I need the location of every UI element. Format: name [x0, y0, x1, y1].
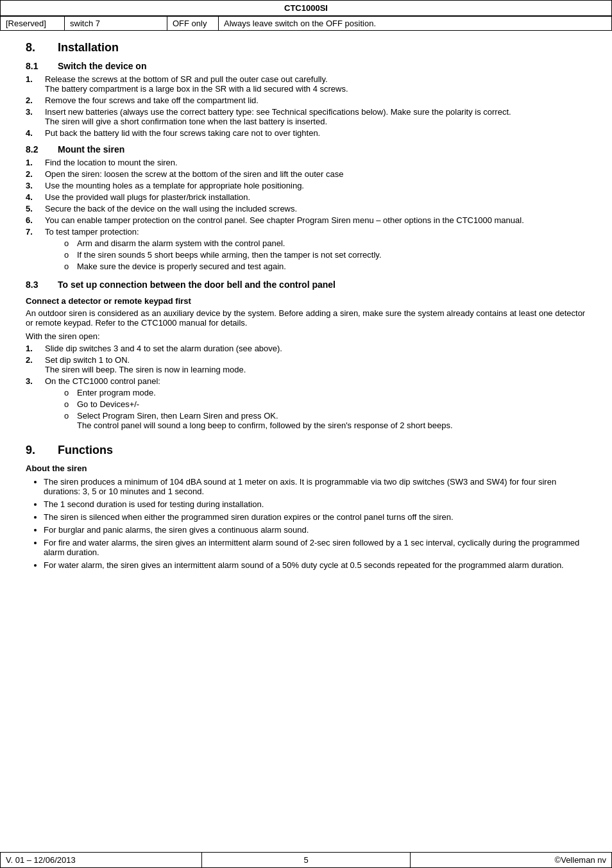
- section-83-list: 1. Slide dip switches 3 and 4 to set the…: [26, 344, 586, 432]
- info-col1: [Reserved]: [1, 17, 65, 31]
- section-9-heading: 9. Functions: [26, 444, 586, 457]
- list-item: 2. Open the siren: loosen the screw at t…: [26, 169, 586, 179]
- list-item: 7. To test tamper protection: o Arm and …: [26, 227, 586, 273]
- about-siren-heading: About the siren: [26, 463, 586, 473]
- list-item: 1. Slide dip switches 3 and 4 to set the…: [26, 344, 586, 353]
- list-item: 6. You can enable tamper protection on t…: [26, 215, 586, 225]
- list-item: 5. Secure the back of the device on the …: [26, 204, 586, 213]
- section-83-with-siren: With the siren open:: [26, 331, 586, 341]
- list-item: 2. Set dip switch 1 to ON. The siren wil…: [26, 355, 586, 374]
- bullet-item: The 1 second duration is used for testin…: [44, 499, 586, 509]
- bullet-item: o Arm and disarm the alarm system with t…: [45, 238, 586, 248]
- bullet-item: The siren is silenced when either the pr…: [44, 512, 586, 522]
- section-82-title: Mount the siren: [58, 144, 124, 154]
- list-item: 3. On the CTC1000 control panel: o Enter…: [26, 376, 586, 432]
- bullet-item: o If the siren sounds 5 short beeps whil…: [45, 250, 586, 260]
- bullet-item: For water alarm, the siren gives an inte…: [44, 560, 586, 570]
- bullet-item: o Go to Devices+/-: [45, 399, 586, 409]
- section-9-title: Functions: [58, 444, 113, 457]
- list-item: 4. Put back the battery lid with the fou…: [26, 128, 586, 138]
- section-83-subheading: Connect a detector or remote keypad firs…: [26, 296, 586, 306]
- section-8-num: 8.: [26, 41, 58, 54]
- bullet-item: o Enter program mode.: [45, 388, 586, 397]
- section-8-title: Installation: [58, 41, 119, 54]
- bullet-item: The siren produces a minimum of 104 dBA …: [44, 477, 586, 496]
- section-83-intro: An outdoor siren is considered as an aux…: [26, 308, 586, 328]
- footer-table: V. 01 – 12/06/2013 5 ©Velleman nv: [0, 852, 612, 868]
- section-82-num: 8.2: [26, 144, 58, 154]
- bullet-item: For burglar and panic alarms, the siren …: [44, 525, 586, 535]
- connect-detector-heading: Connect a detector or remote keypad firs…: [26, 296, 586, 306]
- footer-left: V. 01 – 12/06/2013: [1, 853, 202, 868]
- info-col4: Always leave switch on the OFF position.: [219, 17, 612, 31]
- bullet-item: For fire and water alarms, the siren giv…: [44, 538, 586, 557]
- bullet-item: o Select Program Siren, then Learn Siren…: [45, 411, 586, 430]
- footer-right: ©Velleman nv: [410, 853, 612, 868]
- section-9-bullets: The siren produces a minimum of 104 dBA …: [26, 477, 586, 570]
- section-81-title: Switch the device on: [58, 61, 146, 71]
- section-81-heading: 8.1 Switch the device on: [26, 61, 586, 71]
- footer-center: 5: [202, 853, 410, 868]
- list-item: 4. Use the provided wall plugs for plast…: [26, 192, 586, 202]
- section-81-num: 8.1: [26, 61, 58, 71]
- section-83-num: 8.3: [26, 280, 58, 290]
- info-col3: OFF only: [167, 17, 219, 31]
- section-9-num: 9.: [26, 444, 58, 457]
- list-item: 1. Release the screws at the bottom of S…: [26, 74, 586, 94]
- section-8-heading: 8. Installation: [26, 41, 586, 54]
- section-82-heading: 8.2 Mount the siren: [26, 144, 586, 154]
- info-table: [Reserved] switch 7 OFF only Always leav…: [0, 16, 612, 31]
- list-item: 1. Find the location to mount the siren.: [26, 158, 586, 167]
- bullet-item: o Make sure the device is properly secur…: [45, 262, 586, 271]
- list-item: 3. Use the mounting holes as a template …: [26, 181, 586, 190]
- list-item: 3. Insert new batteries (always use the …: [26, 107, 586, 126]
- section-83-title: To set up connection between the door be…: [58, 280, 336, 290]
- header-table: CTC1000SI: [0, 0, 612, 16]
- section-83-heading: 8.3 To set up connection between the doo…: [26, 280, 586, 290]
- section-82-list: 1. Find the location to mount the siren.…: [26, 158, 586, 273]
- list-item: 2. Remove the four screws and take off t…: [26, 96, 586, 105]
- info-col2: switch 7: [65, 17, 167, 31]
- document-title: CTC1000SI: [1, 1, 612, 16]
- section-81-list: 1. Release the screws at the bottom of S…: [26, 74, 586, 138]
